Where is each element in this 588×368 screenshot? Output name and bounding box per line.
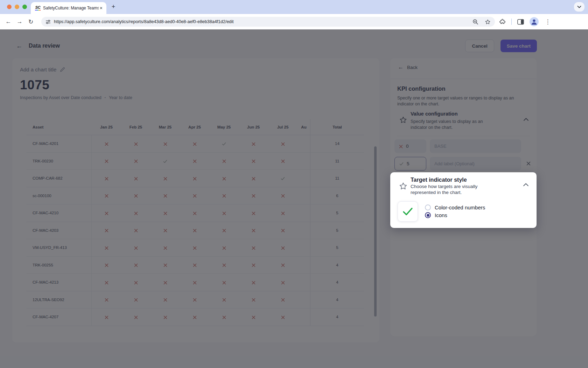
browser-forward-button[interactable]: → — [14, 18, 25, 25]
site-settings-icon[interactable] — [46, 20, 51, 24]
app-page: ← Data review Cancel Save chart Add a ch… — [0, 29, 588, 368]
close-window-button[interactable] — [7, 5, 12, 9]
side-panel-icon[interactable] — [517, 19, 524, 25]
zoom-page-icon[interactable] — [472, 19, 478, 25]
toolbar-divider — [511, 19, 512, 25]
popover-title: Target indicator style — [411, 177, 467, 183]
indicator-style-options: Color-coded numbersIcons — [425, 204, 485, 218]
browser-toolbar: ← → ↻ https://app.safetyculture.com/anal… — [0, 14, 588, 29]
option-label: Icons — [435, 212, 447, 218]
new-tab-button[interactable]: + — [109, 3, 118, 11]
tab-title: SafetyCulture: Manage Teams and... — [43, 6, 99, 11]
indicator-style-option[interactable]: Icons — [425, 212, 485, 218]
tab-search-button[interactable] — [574, 2, 584, 12]
minimize-window-button[interactable] — [15, 5, 19, 9]
zoom-window-button[interactable] — [22, 5, 27, 9]
radio-button[interactable] — [425, 212, 431, 218]
indicator-style-option[interactable]: Color-coded numbers — [425, 204, 485, 210]
indicator-preview-card — [398, 201, 418, 222]
popover-collapse-chevron-up-icon[interactable] — [523, 183, 529, 187]
browser-reload-button[interactable]: ↻ — [25, 18, 36, 26]
option-label: Color-coded numbers — [435, 204, 485, 210]
browser-window: SC SafetyCulture: Manage Teams and... × … — [0, 0, 588, 368]
tab-strip: SC SafetyCulture: Manage Teams and... × … — [0, 0, 588, 14]
extensions-icon[interactable] — [499, 19, 506, 25]
green-check-icon — [402, 207, 413, 216]
toolbar-actions: ⋮ — [499, 17, 551, 26]
url-text[interactable]: https://app.safetyculture.com/analytics/… — [54, 19, 472, 24]
traffic-lights — [7, 5, 27, 9]
profile-avatar[interactable] — [530, 17, 539, 26]
target-style-star-icon — [399, 182, 408, 191]
address-bar[interactable]: https://app.safetyculture.com/analytics/… — [41, 17, 495, 27]
radio-button[interactable] — [425, 204, 431, 210]
tab-close-icon[interactable]: × — [99, 5, 104, 11]
safetyculture-favicon-icon: SC — [35, 6, 41, 11]
browser-tab[interactable]: SC SafetyCulture: Manage Teams and... × — [31, 2, 106, 14]
target-indicator-style-popover: Target indicator style Choose how target… — [390, 172, 537, 228]
browser-back-button[interactable]: ← — [3, 18, 14, 25]
bookmark-star-icon[interactable] — [485, 19, 491, 25]
popover-description: Choose how targets are visually represen… — [411, 184, 491, 195]
chevron-down-icon — [577, 6, 581, 8]
browser-menu-icon[interactable]: ⋮ — [544, 18, 551, 26]
